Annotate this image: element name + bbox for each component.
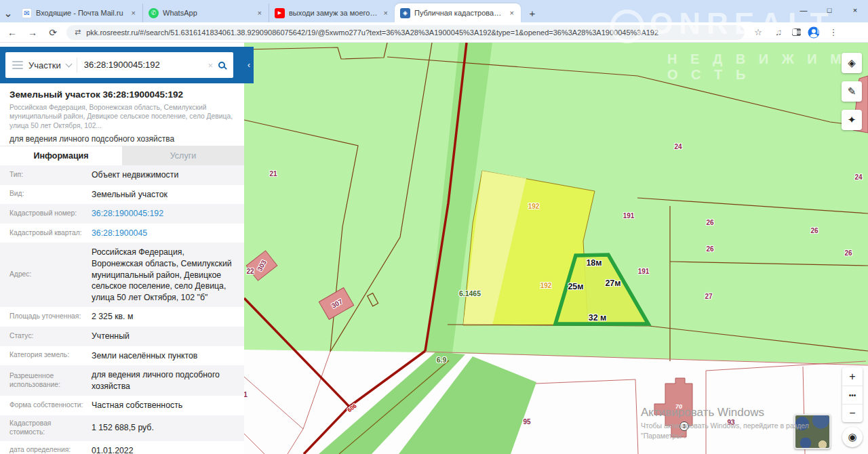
table-row: Разрешенное использование:для ведения ли… — [0, 365, 244, 396]
close-button[interactable]: × — [842, 0, 868, 20]
measure-button[interactable]: ✎ — [842, 81, 862, 102]
tab-close-icon[interactable]: × — [382, 9, 389, 17]
browser-tab[interactable]: ✉Входящие - Почта Mail.ru× — [16, 3, 142, 22]
search-bar: Участки 36:28:1900045:192 × — [0, 47, 244, 83]
table-row: Тип:Объект недвижимости — [0, 165, 244, 185]
tab-close-icon[interactable]: × — [256, 9, 263, 17]
youtube-icon: ▶ — [275, 8, 285, 18]
position-button[interactable]: ✦ — [842, 110, 862, 130]
search-input[interactable]: 36:28:1900045:192 — [77, 58, 203, 73]
table-row: дата определения:01.01.2022 — [0, 441, 244, 454]
browser-tab[interactable]: ✆WhatsApp× — [142, 3, 269, 22]
tab-close-icon[interactable]: × — [509, 9, 515, 17]
zoom-more-button[interactable]: ••• — [842, 386, 863, 404]
profile-avatar-icon[interactable] — [808, 26, 820, 39]
row-label: Кадастровый квартал: — [0, 225, 88, 242]
row-label: Категория земель: — [0, 347, 88, 364]
media-controls-icon[interactable]: ♫ — [772, 27, 785, 37]
chevron-down-icon — [65, 61, 72, 68]
forward-button[interactable]: → — [26, 27, 39, 38]
table-row: Кадастровый квартал:36:28:1900045 — [0, 224, 244, 243]
search-box[interactable]: Участки 36:28:1900045:192 × — [5, 52, 233, 78]
browser-tab[interactable]: ◈Публичная кадастровая карта× — [395, 3, 521, 22]
parcel-title: Земельный участок 36:28:1900045:192 — [9, 89, 235, 100]
table-row: Адрес:Российская Федерация, Воронежская … — [0, 243, 244, 307]
row-label: Тип: — [0, 167, 88, 184]
map-canvas — [244, 43, 868, 454]
zoom-controls: + ••• − — [842, 367, 863, 422]
tab-services[interactable]: Услуги — [122, 146, 244, 165]
row-value: Земельный участок — [88, 185, 244, 205]
collapse-panel-button[interactable]: ‹ — [244, 47, 254, 83]
parcel-address-snippet: Российская Федерация, Воронежская област… — [9, 103, 235, 130]
row-label: дата определения: — [0, 442, 88, 454]
row-value[interactable]: 36:28:1900045:192 — [88, 204, 244, 224]
new-tab-button[interactable]: + — [524, 4, 541, 22]
row-label: Статус: — [0, 328, 88, 345]
layers-button[interactable]: ◈ — [842, 53, 862, 73]
sidebar-tabs: Информация Услуги — [0, 146, 244, 165]
site-info-icon[interactable]: ⇄ — [75, 28, 81, 37]
menu-icon[interactable] — [12, 61, 23, 69]
browser-tab-strip: ⌄ ✉Входящие - Почта Mail.ru×✆WhatsApp×▶в… — [0, 0, 868, 22]
reload-button[interactable]: ⟳ — [46, 27, 60, 38]
table-row: Кадастровый номер:36:28:1900045:192 — [0, 204, 244, 224]
address-bar[interactable]: ⇄ pkk.rosreestr.ru/#/search/51.631614183… — [66, 25, 745, 40]
side-panel-icon[interactable] — [792, 28, 801, 36]
cadastral-map[interactable]: 2122242426262626271911919593119219230330… — [244, 43, 868, 454]
locate-icon: ◉ — [848, 431, 856, 443]
pencil-icon: ✎ — [848, 85, 856, 98]
browser-tab[interactable]: ▶выходи замуж за моего мужа× — [269, 3, 395, 22]
url-text[interactable]: pkk.rosreestr.ru/#/search/51.63161418340… — [86, 28, 658, 37]
row-value: 2 325 кв. м — [88, 307, 244, 327]
locate-button[interactable]: ◉ — [842, 427, 863, 447]
table-row: Категория земель:Земли населённых пункто… — [0, 346, 244, 366]
row-value: Объект недвижимости — [88, 165, 244, 185]
parcel-info-table: Тип:Объект недвижимостиВид:Земельный уча… — [0, 165, 244, 454]
bookmark-star-icon[interactable]: ☆ — [751, 27, 765, 37]
tab-close-icon[interactable]: × — [130, 9, 137, 17]
minimize-button[interactable]: — — [791, 0, 816, 20]
back-button[interactable]: ← — [5, 27, 19, 38]
whatsapp-icon: ✆ — [149, 8, 159, 18]
row-label: Адрес: — [0, 266, 88, 283]
row-value: Земли населённых пунктов — [88, 346, 244, 366]
row-value: Учтенный — [88, 327, 244, 346]
layers-icon: ◈ — [848, 57, 856, 69]
browser-toolbar: ← → ⟳ ⇄ pkk.rosreestr.ru/#/search/51.631… — [0, 22, 868, 43]
basemap-thumbnail[interactable] — [794, 414, 831, 449]
search-icon[interactable] — [218, 62, 225, 68]
row-value: Российская Федерация, Воронежская област… — [88, 243, 244, 307]
table-row: Площадь уточненная:2 325 кв. м — [0, 307, 244, 327]
table-row: Форма собственности:Частная собственност… — [0, 396, 244, 415]
parcel-usage: для ведения личного подсобного хозяйства — [9, 134, 235, 144]
table-row: Вид:Земельный участок — [0, 185, 244, 205]
tab-search-chevron-icon[interactable]: ⌄ — [0, 3, 16, 22]
zoom-in-button[interactable]: + — [842, 367, 863, 386]
row-label: Вид: — [0, 186, 88, 203]
tab-title: выходи замуж за моего мужа — [289, 9, 378, 17]
info-sidebar: Участки 36:28:1900045:192 × ‹ Земельный … — [0, 43, 244, 454]
browser-menu-icon[interactable]: ⋮ — [827, 27, 840, 37]
search-category-select[interactable]: Участки — [28, 60, 61, 70]
zoom-out-button[interactable]: − — [842, 404, 863, 422]
mail-icon: ✉ — [22, 8, 32, 18]
tab-information[interactable]: Информация — [0, 146, 122, 165]
tab-title: Входящие - Почта Mail.ru — [36, 9, 126, 17]
row-value: 1 152 688,5 руб. — [88, 418, 244, 438]
row-label: Кадастровый номер: — [0, 205, 88, 222]
row-value: 01.01.2022 — [88, 441, 244, 454]
row-value: Частная собственность — [88, 396, 244, 415]
row-label: Разрешенное использование: — [0, 368, 88, 394]
clear-search-icon[interactable]: × — [208, 60, 213, 70]
row-label: Кадастровая стоимость: — [0, 415, 88, 441]
maximize-button[interactable]: □ — [816, 0, 842, 20]
pkk-icon: ◈ — [400, 8, 410, 18]
table-row: Статус:Учтенный — [0, 327, 244, 346]
row-label: Форма собственности: — [0, 397, 88, 414]
window-controls: — □ × — [791, 0, 868, 20]
row-value[interactable]: 36:28:1900045 — [88, 224, 244, 243]
position-icon: ✦ — [848, 114, 856, 126]
tab-title: WhatsApp — [163, 9, 252, 17]
tab-title: Публичная кадастровая карта — [414, 9, 505, 17]
